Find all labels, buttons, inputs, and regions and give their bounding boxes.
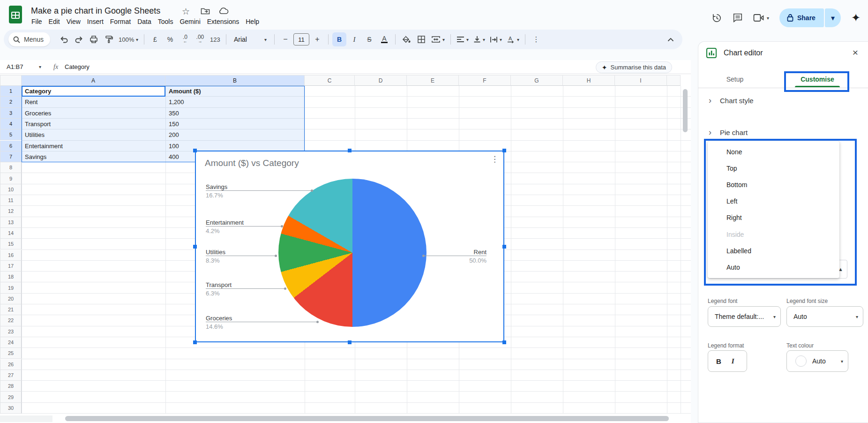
horizontal-align-button[interactable]: ▾ — [455, 32, 471, 46]
format-percent-button[interactable]: % — [163, 32, 177, 46]
borders-button[interactable] — [414, 32, 428, 46]
row-header-13[interactable]: 13 — [0, 217, 22, 228]
row-header-19[interactable]: 19 — [0, 282, 22, 293]
column-header-partial[interactable] — [667, 75, 681, 86]
zoom-control[interactable]: 100% ▾ — [117, 32, 140, 46]
close-panel-icon[interactable]: × — [848, 45, 862, 60]
merge-cells-button[interactable]: ▾ — [429, 32, 447, 46]
font-family-select[interactable]: Arial ▾ — [230, 32, 270, 46]
row-header-2[interactable]: 2 — [0, 97, 22, 107]
row-header-9[interactable]: 9 — [0, 173, 22, 184]
row-header-28[interactable]: 28 — [0, 381, 22, 392]
column-header-a[interactable]: A — [22, 75, 165, 86]
tab-customise[interactable]: Customise — [789, 71, 846, 88]
row-header-4[interactable]: 4 — [0, 119, 22, 129]
cell-a3[interactable]: Groceries — [22, 108, 165, 119]
menu-gemini[interactable]: Gemini — [176, 17, 203, 26]
cell-a2[interactable]: Rent — [22, 97, 165, 107]
text-colour-select[interactable]: Auto▾ — [786, 350, 848, 372]
row-header-29[interactable]: 29 — [0, 392, 22, 402]
format-currency-button[interactable]: £ — [148, 32, 162, 46]
chart-resize-handle[interactable] — [502, 340, 506, 344]
position-option-bottom[interactable]: Bottom — [708, 176, 839, 193]
chart-resize-handle[interactable] — [348, 340, 352, 344]
row-header-11[interactable]: 11 — [0, 195, 22, 206]
column-header-b[interactable]: B — [165, 75, 305, 86]
row-header-12[interactable]: 12 — [0, 206, 22, 217]
print-button[interactable] — [87, 32, 101, 46]
row-header-30[interactable]: 30 — [0, 403, 22, 414]
pie-chart[interactable] — [278, 179, 427, 327]
bold-button[interactable]: B — [332, 32, 346, 46]
formula-input[interactable]: Category — [65, 63, 90, 70]
more-toolbar-button[interactable]: ⋮ — [529, 32, 543, 46]
column-header-d[interactable]: D — [355, 75, 407, 86]
share-button[interactable]: Share — [779, 8, 824, 27]
row-header-5[interactable]: 5 — [0, 129, 22, 140]
row-header-6[interactable]: 6 — [0, 141, 22, 151]
tab-setup[interactable]: Setup — [707, 71, 763, 88]
text-rotation-button[interactable]: A ▾ — [505, 32, 521, 46]
row-header-14[interactable]: 14 — [0, 228, 22, 239]
section-chart-style[interactable]: › Chart style — [709, 96, 754, 106]
position-option-auto[interactable]: Auto — [708, 259, 839, 275]
text-color-button[interactable]: A — [377, 32, 391, 46]
italic-button[interactable]: I — [347, 32, 361, 46]
star-icon[interactable]: ☆ — [182, 6, 190, 17]
chart-kebab-menu-icon[interactable]: ⋮ — [491, 154, 499, 164]
row-header-21[interactable]: 21 — [0, 304, 22, 315]
document-title[interactable]: Make a pie chart in Google Sheets — [31, 6, 160, 16]
hide-menus-chevron[interactable] — [664, 32, 678, 46]
section-pie-chart[interactable]: › Pie chart — [709, 128, 748, 137]
move-folder-icon[interactable] — [201, 7, 210, 15]
menu-help[interactable]: Help — [242, 17, 262, 26]
version-history-icon[interactable] — [711, 13, 722, 23]
decrease-font-size-button[interactable]: − — [278, 32, 292, 46]
position-option-right[interactable]: Right — [708, 210, 839, 226]
select-all-corner[interactable] — [0, 75, 22, 86]
menu-edit[interactable]: Edit — [45, 17, 63, 26]
row-header-24[interactable]: 24 — [0, 337, 22, 348]
position-option-left[interactable]: Left — [708, 193, 839, 210]
row-header-20[interactable]: 20 — [0, 294, 22, 304]
chart-resize-handle[interactable] — [502, 245, 506, 249]
column-header-c[interactable]: C — [305, 75, 355, 86]
cell-b2[interactable]: 1,200 — [165, 97, 305, 107]
increase-font-size-button[interactable]: + — [310, 32, 324, 46]
name-box[interactable]: A1:B7 ▾ — [0, 63, 45, 70]
menu-insert[interactable]: Insert — [84, 17, 107, 26]
row-header-7[interactable]: 7 — [0, 151, 22, 162]
row-header-1[interactable]: 1 — [0, 86, 22, 97]
menus-search-button[interactable]: Menus — [8, 32, 50, 46]
redo-button[interactable] — [72, 32, 86, 46]
row-header-23[interactable]: 23 — [0, 326, 22, 337]
column-header-e[interactable]: E — [407, 75, 459, 86]
column-header-i[interactable]: I — [615, 75, 667, 86]
increase-decimal-button[interactable]: .00→ — [193, 32, 207, 46]
menu-tools[interactable]: Tools — [155, 17, 177, 26]
horizontal-scrollbar[interactable] — [65, 416, 669, 421]
undo-button[interactable] — [57, 32, 71, 46]
cell-a4[interactable]: Transport — [22, 119, 165, 129]
comments-icon[interactable] — [733, 13, 743, 23]
row-header-27[interactable]: 27 — [0, 370, 22, 381]
cell-a6[interactable]: Entertainment — [22, 141, 165, 151]
menu-view[interactable]: View — [63, 17, 84, 26]
column-header-h[interactable]: H — [563, 75, 615, 86]
cell-a5[interactable]: Utilities — [22, 129, 165, 140]
legend-font-select[interactable]: Theme default:...▾ — [708, 306, 781, 327]
summarise-data-button[interactable]: ✦ Summarise this data — [596, 61, 672, 73]
column-header-f[interactable]: F — [459, 75, 511, 86]
gemini-sparkle-icon[interactable]: ✦ — [851, 11, 861, 24]
decrease-decimal-button[interactable]: .0← — [178, 32, 192, 46]
cloud-status-icon[interactable] — [218, 7, 229, 15]
menu-file[interactable]: File — [28, 17, 45, 26]
meet-video-icon[interactable]: ▾ — [753, 14, 769, 22]
menu-data[interactable]: Data — [134, 17, 155, 26]
cell-b3[interactable]: 350 — [165, 108, 305, 119]
legend-italic-button[interactable]: I — [732, 357, 734, 365]
cell-b5[interactable]: 200 — [165, 129, 305, 140]
strikethrough-button[interactable]: S — [362, 32, 376, 46]
legend-bold-button[interactable]: B — [716, 357, 721, 365]
position-option-none[interactable]: None — [708, 144, 839, 160]
